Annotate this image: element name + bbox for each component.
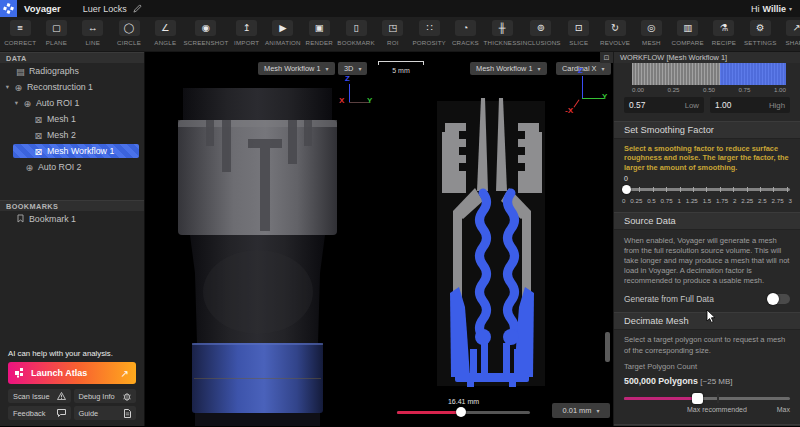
launch-atlas-button[interactable]: Launch Atlas ↗ (8, 362, 136, 384)
source-data-description: When enabled, Voyager will generate a me… (624, 236, 790, 286)
toolbar-slice[interactable]: ⊡SLICE (561, 17, 597, 51)
slice-slider-fill (397, 411, 461, 414)
slice-position-slider[interactable]: 16.41 mm (397, 398, 530, 417)
toolbar-correct[interactable]: ≡CORRECT (2, 17, 38, 51)
sidebar-item-radiographs[interactable]: ▤ Radiographs (0, 63, 144, 79)
data-section-header: DATA (0, 52, 144, 63)
create-mesh-section-header[interactable]: Create Mesh (614, 424, 800, 426)
toolbar-share[interactable]: ↗SHARE (778, 17, 800, 51)
share-icon: ↗ (786, 20, 800, 36)
sidebar-item-bookmark-1[interactable]: Bookmark 1 (0, 211, 144, 227)
toolbar-line[interactable]: ↔LINE (75, 17, 111, 51)
axis-gizmo-right: Z Y -X (569, 68, 609, 114)
threshold-histogram[interactable] (632, 63, 786, 85)
generate-full-data-label: Generate from Full Data (624, 294, 714, 304)
sidebar-item-mesh-workflow-1[interactable]: ⊠ Mesh Workflow 1 (0, 143, 144, 159)
animation-icon: ▶ (272, 20, 293, 36)
slice-step-dropdown[interactable]: 0.01 mm▾ (552, 403, 610, 418)
panel-collapse-icon[interactable]: ⊡ (600, 52, 613, 63)
revolve-icon: ↻ (605, 20, 626, 36)
threshold-high-input[interactable]: 1.00 High (710, 97, 790, 113)
mesh-icon: ◎ (641, 20, 662, 36)
viewport-area[interactable]: Mesh Workflow 1▾ 3D▾ 5 mm Z X Y Mesh Wor… (145, 52, 613, 426)
decimate-slider-handle[interactable] (692, 393, 703, 404)
toolbar-animation[interactable]: ▶ANIMATION (265, 17, 301, 51)
smoothing-slider[interactable] (624, 184, 790, 194)
chevron-down-icon[interactable]: ▾ (3, 83, 12, 91)
feedback-button[interactable]: Feedback (8, 406, 71, 420)
right-view-workflow-dropdown[interactable]: Mesh Workflow 1▾ (470, 62, 547, 75)
user-menu[interactable]: Hi Willie ▾ (751, 4, 792, 14)
decimate-slider-fill (624, 397, 697, 400)
edit-project-name-icon[interactable] (133, 4, 142, 13)
slice-render-right[interactable] (437, 93, 548, 393)
toolbar-inclusions[interactable]: ⊚INCLUSIONS (521, 17, 561, 51)
volume-render-left[interactable] (170, 77, 350, 426)
smoothing-section-header[interactable]: Set Smoothing Factor (614, 121, 800, 139)
toolbar-mesh[interactable]: ◎MESH (633, 17, 669, 51)
mesh-item-icon: ⊠ (32, 114, 45, 125)
porosity-icon: ∷ (419, 20, 440, 36)
correct-icon: ≡ (10, 20, 31, 36)
line-icon: ↔ (82, 20, 103, 36)
toolbar-porosity[interactable]: ∷POROSITY (411, 17, 447, 51)
guide-button[interactable]: Guide (74, 406, 137, 420)
histogram-excluded-region (632, 63, 720, 85)
source-data-section-header[interactable]: Source Data (614, 212, 800, 230)
left-view-mode-dropdown[interactable]: 3D▾ (338, 62, 367, 75)
roi-icon: ◳ (382, 20, 403, 36)
toolbar-import[interactable]: ↥IMPORT (228, 17, 264, 51)
toolbar-revolve[interactable]: ↻REVOLVE (597, 17, 633, 51)
debug-info-button[interactable]: Debug Info (74, 389, 137, 403)
target-polygon-label: Target Polygon Count (624, 362, 790, 372)
smoothing-description: Select a smoothing factor to reduce surf… (624, 144, 790, 172)
mesh-item-icon: ⊠ (32, 130, 45, 141)
left-view-workflow-dropdown[interactable]: Mesh Workflow 1▾ (258, 62, 335, 75)
chevron-down-icon: ▾ (538, 65, 541, 72)
slice-icon: ⊡ (568, 20, 589, 36)
smoothing-tick-labels: 00.250.50.7511.251.51.7522.252.52.753 (622, 197, 792, 204)
roi-sphere-icon: ⊕ (23, 162, 36, 173)
workflow-panel: WORKFLOW [Mesh Workflow 1] 0.000.250.500… (613, 52, 800, 426)
smoothing-slider-handle[interactable] (622, 185, 631, 194)
app-name: Voyager (24, 3, 61, 14)
toolbar-bookmark[interactable]: ▯BOOKMARK (337, 17, 374, 51)
sidebar-item-mesh-1[interactable]: ⊠ Mesh 1 (0, 111, 144, 127)
ai-help-text: AI can help with your analysis. (8, 349, 136, 358)
panel-scrollbar-thumb[interactable] (605, 332, 610, 362)
circle-icon: ◯ (119, 20, 140, 36)
toolbar-compare[interactable]: ▥COMPARE (670, 17, 706, 51)
scan-issue-button[interactable]: Scan Issue (8, 389, 71, 403)
chevron-down-icon[interactable]: ▾ (12, 99, 21, 107)
toolbar-settings[interactable]: ⚙SETTINGS (742, 17, 778, 51)
thickness-icon: ╫ (492, 20, 513, 36)
bug-icon (123, 392, 131, 401)
generate-full-data-toggle[interactable] (768, 294, 790, 304)
decimate-slider[interactable] (624, 393, 790, 404)
histogram-axis: 0.000.250.500.751.00 (632, 86, 786, 93)
project-name: Luer Locks (83, 4, 127, 14)
toolbar-plane[interactable]: ▢PLANE (38, 17, 74, 51)
atlas-icon (15, 368, 25, 378)
toolbar-circle[interactable]: ◯CIRCLE (111, 17, 147, 51)
toolbar-recipe[interactable]: ⚗RECIPE (706, 17, 742, 51)
sidebar-item-reconstruction-1[interactable]: ▾ ⊕ Reconstruction 1 (0, 79, 144, 95)
toolbar-cracks[interactable]: ◔CRACKS (447, 17, 483, 51)
slice-slider-handle[interactable] (456, 407, 466, 417)
toolbar-thickness[interactable]: ╫THICKNESS (484, 17, 521, 51)
sidebar-item-mesh-2[interactable]: ⊠ Mesh 2 (0, 127, 144, 143)
toolbar-screenshot[interactable]: ◉SCREENSHOT (183, 17, 228, 51)
speech-bubble-icon (57, 409, 66, 417)
angle-icon: ∠ (155, 20, 176, 36)
chevron-down-icon: ▾ (596, 407, 599, 414)
decimate-slider-labels: Max recommended Max (624, 406, 790, 415)
sidebar-item-auto-roi-2[interactable]: ⊕ Auto ROI 2 (0, 159, 144, 175)
toolbar-roi[interactable]: ◳ROI (375, 17, 411, 51)
toolbar-angle[interactable]: ∠ANGLE (147, 17, 183, 51)
toolbar-render[interactable]: ▣RENDER (301, 17, 337, 51)
document-icon (124, 409, 131, 418)
user-greeting: Hi (751, 4, 760, 14)
sidebar-item-auto-roi-1[interactable]: ▾ ⊕ Auto ROI 1 (0, 95, 144, 111)
decimate-description: Select a target polygon count to request… (624, 335, 790, 355)
threshold-low-input[interactable]: 0.57 Low (624, 97, 704, 113)
